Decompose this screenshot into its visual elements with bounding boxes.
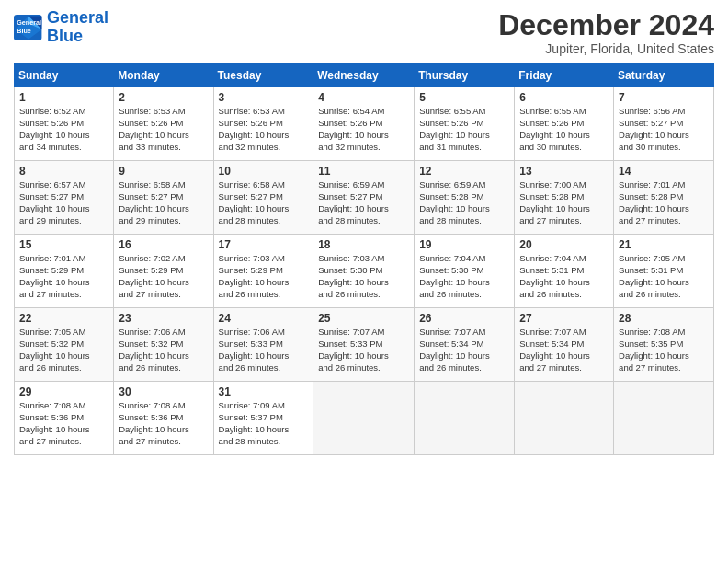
day-number: 22 bbox=[19, 312, 108, 325]
day-number: 9 bbox=[119, 165, 208, 178]
day-info: Sunrise: 7:03 AM Sunset: 5:29 PM Dayligh… bbox=[219, 253, 309, 300]
table-row: 1Sunrise: 6:52 AM Sunset: 5:26 PM Daylig… bbox=[15, 87, 114, 161]
table-row: 11Sunrise: 6:59 AM Sunset: 5:27 PM Dayli… bbox=[313, 161, 415, 235]
table-row: 13Sunrise: 7:00 AM Sunset: 5:28 PM Dayli… bbox=[515, 161, 614, 235]
day-info: Sunrise: 6:53 AM Sunset: 5:26 PM Dayligh… bbox=[219, 106, 309, 153]
table-row: 5Sunrise: 6:55 AM Sunset: 5:26 PM Daylig… bbox=[415, 87, 515, 161]
calendar-table: Sunday Monday Tuesday Wednesday Thursday… bbox=[14, 63, 714, 455]
page-container: General Blue General Blue December 2024 … bbox=[0, 0, 728, 465]
day-info: Sunrise: 7:08 AM Sunset: 5:35 PM Dayligh… bbox=[619, 327, 709, 373]
table-row: 16Sunrise: 7:02 AM Sunset: 5:29 PM Dayli… bbox=[114, 235, 213, 308]
calendar-week-3: 15Sunrise: 7:01 AM Sunset: 5:29 PM Dayli… bbox=[15, 235, 714, 308]
day-number: 6 bbox=[519, 91, 609, 104]
day-info: Sunrise: 6:55 AM Sunset: 5:26 PM Dayligh… bbox=[419, 106, 509, 153]
day-info: Sunrise: 7:01 AM Sunset: 5:28 PM Dayligh… bbox=[619, 179, 709, 226]
table-row: 21Sunrise: 7:05 AM Sunset: 5:31 PM Dayli… bbox=[614, 235, 714, 308]
day-info: Sunrise: 7:03 AM Sunset: 5:30 PM Dayligh… bbox=[318, 253, 409, 300]
calendar-week-4: 22Sunrise: 7:05 AM Sunset: 5:32 PM Dayli… bbox=[15, 308, 714, 382]
month-title: December 2024 bbox=[498, 9, 714, 41]
table-row: 14Sunrise: 7:01 AM Sunset: 5:28 PM Dayli… bbox=[614, 161, 714, 235]
table-row: 12Sunrise: 6:59 AM Sunset: 5:28 PM Dayli… bbox=[415, 161, 515, 235]
day-number: 3 bbox=[219, 91, 309, 104]
table-row: 9Sunrise: 6:58 AM Sunset: 5:27 PM Daylig… bbox=[114, 161, 213, 235]
table-row: 8Sunrise: 6:57 AM Sunset: 5:27 PM Daylig… bbox=[15, 161, 114, 235]
day-number: 8 bbox=[19, 165, 108, 178]
day-number: 30 bbox=[119, 385, 208, 398]
day-info: Sunrise: 7:04 AM Sunset: 5:30 PM Dayligh… bbox=[419, 253, 509, 300]
title-block: December 2024 Jupiter, Florida, United S… bbox=[498, 9, 714, 56]
day-info: Sunrise: 7:02 AM Sunset: 5:29 PM Dayligh… bbox=[119, 253, 208, 300]
table-row bbox=[614, 382, 714, 455]
day-number: 2 bbox=[119, 91, 208, 104]
day-info: Sunrise: 7:06 AM Sunset: 5:32 PM Dayligh… bbox=[119, 327, 208, 373]
day-info: Sunrise: 6:55 AM Sunset: 5:26 PM Dayligh… bbox=[519, 106, 609, 153]
day-number: 12 bbox=[419, 165, 509, 178]
day-number: 16 bbox=[119, 238, 208, 251]
day-number: 20 bbox=[519, 238, 609, 251]
day-number: 1 bbox=[19, 91, 108, 104]
header: General Blue General Blue December 2024 … bbox=[14, 9, 714, 56]
day-info: Sunrise: 6:54 AM Sunset: 5:26 PM Dayligh… bbox=[318, 106, 409, 153]
table-row: 20Sunrise: 7:04 AM Sunset: 5:31 PM Dayli… bbox=[515, 235, 614, 308]
col-thursday: Thursday bbox=[415, 64, 515, 87]
col-friday: Friday bbox=[515, 64, 614, 87]
day-number: 28 bbox=[619, 312, 709, 325]
table-row: 22Sunrise: 7:05 AM Sunset: 5:32 PM Dayli… bbox=[15, 308, 114, 382]
table-row: 17Sunrise: 7:03 AM Sunset: 5:29 PM Dayli… bbox=[213, 235, 313, 308]
day-info: Sunrise: 7:07 AM Sunset: 5:33 PM Dayligh… bbox=[318, 327, 409, 373]
day-info: Sunrise: 7:08 AM Sunset: 5:36 PM Dayligh… bbox=[19, 400, 108, 447]
day-number: 21 bbox=[619, 238, 709, 251]
day-info: Sunrise: 6:58 AM Sunset: 5:27 PM Dayligh… bbox=[119, 179, 208, 226]
svg-text:Blue: Blue bbox=[17, 27, 31, 35]
logo: General Blue General Blue bbox=[14, 9, 108, 46]
table-row: 31Sunrise: 7:09 AM Sunset: 5:37 PM Dayli… bbox=[213, 382, 313, 455]
table-row: 15Sunrise: 7:01 AM Sunset: 5:29 PM Dayli… bbox=[15, 235, 114, 308]
table-row: 24Sunrise: 7:06 AM Sunset: 5:33 PM Dayli… bbox=[213, 308, 313, 382]
day-info: Sunrise: 6:52 AM Sunset: 5:26 PM Dayligh… bbox=[19, 106, 108, 153]
location: Jupiter, Florida, United States bbox=[498, 41, 714, 56]
calendar-week-5: 29Sunrise: 7:08 AM Sunset: 5:36 PM Dayli… bbox=[15, 382, 714, 455]
day-info: Sunrise: 7:05 AM Sunset: 5:31 PM Dayligh… bbox=[619, 253, 709, 300]
day-number: 29 bbox=[19, 385, 108, 398]
table-row: 28Sunrise: 7:08 AM Sunset: 5:35 PM Dayli… bbox=[614, 308, 714, 382]
day-number: 27 bbox=[519, 312, 609, 325]
day-info: Sunrise: 7:04 AM Sunset: 5:31 PM Dayligh… bbox=[519, 253, 609, 300]
table-row: 2Sunrise: 6:53 AM Sunset: 5:26 PM Daylig… bbox=[114, 87, 213, 161]
col-monday: Monday bbox=[114, 64, 213, 87]
day-number: 18 bbox=[318, 238, 409, 251]
day-info: Sunrise: 6:59 AM Sunset: 5:27 PM Dayligh… bbox=[318, 179, 409, 226]
table-row bbox=[415, 382, 515, 455]
day-number: 17 bbox=[219, 238, 309, 251]
day-info: Sunrise: 7:07 AM Sunset: 5:34 PM Dayligh… bbox=[419, 327, 509, 373]
col-tuesday: Tuesday bbox=[213, 64, 313, 87]
table-row: 25Sunrise: 7:07 AM Sunset: 5:33 PM Dayli… bbox=[313, 308, 415, 382]
day-info: Sunrise: 6:56 AM Sunset: 5:27 PM Dayligh… bbox=[619, 106, 709, 153]
table-row: 26Sunrise: 7:07 AM Sunset: 5:34 PM Dayli… bbox=[415, 308, 515, 382]
table-row: 3Sunrise: 6:53 AM Sunset: 5:26 PM Daylig… bbox=[213, 87, 313, 161]
day-info: Sunrise: 7:07 AM Sunset: 5:34 PM Dayligh… bbox=[519, 327, 609, 373]
logo-icon: General Blue bbox=[14, 15, 43, 40]
day-number: 23 bbox=[119, 312, 208, 325]
table-row: 4Sunrise: 6:54 AM Sunset: 5:26 PM Daylig… bbox=[313, 87, 415, 161]
calendar-week-1: 1Sunrise: 6:52 AM Sunset: 5:26 PM Daylig… bbox=[15, 87, 714, 161]
table-row: 27Sunrise: 7:07 AM Sunset: 5:34 PM Dayli… bbox=[515, 308, 614, 382]
svg-text:General: General bbox=[17, 18, 41, 27]
day-number: 25 bbox=[318, 312, 409, 325]
day-info: Sunrise: 6:59 AM Sunset: 5:28 PM Dayligh… bbox=[419, 179, 509, 226]
logo-line1: General bbox=[47, 8, 108, 27]
table-row: 7Sunrise: 6:56 AM Sunset: 5:27 PM Daylig… bbox=[614, 87, 714, 161]
day-number: 31 bbox=[219, 385, 309, 398]
day-info: Sunrise: 6:57 AM Sunset: 5:27 PM Dayligh… bbox=[19, 179, 108, 226]
day-number: 5 bbox=[419, 91, 509, 104]
logo-line2: Blue bbox=[47, 27, 83, 45]
table-row: 18Sunrise: 7:03 AM Sunset: 5:30 PM Dayli… bbox=[313, 235, 415, 308]
day-info: Sunrise: 7:00 AM Sunset: 5:28 PM Dayligh… bbox=[519, 179, 609, 226]
logo-text: General Blue bbox=[47, 9, 108, 46]
table-row: 10Sunrise: 6:58 AM Sunset: 5:27 PM Dayli… bbox=[213, 161, 313, 235]
day-number: 13 bbox=[519, 165, 609, 178]
day-info: Sunrise: 6:58 AM Sunset: 5:27 PM Dayligh… bbox=[219, 179, 309, 226]
col-wednesday: Wednesday bbox=[313, 64, 415, 87]
table-row: 6Sunrise: 6:55 AM Sunset: 5:26 PM Daylig… bbox=[515, 87, 614, 161]
table-row: 30Sunrise: 7:08 AM Sunset: 5:36 PM Dayli… bbox=[114, 382, 213, 455]
table-row bbox=[515, 382, 614, 455]
